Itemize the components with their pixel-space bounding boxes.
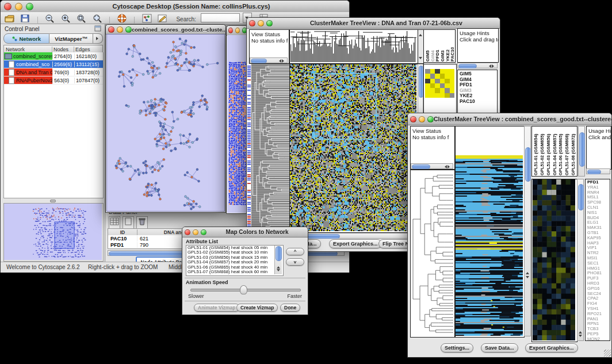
network-list[interactable]: combined_scores_2764(0)16218(0)combined_…	[3, 52, 104, 198]
tv2-settings-button[interactable]: Settings...	[441, 343, 473, 352]
attribute-list-scrollbar[interactable]	[274, 246, 282, 274]
tv2-zoom-scrollbar[interactable]	[577, 179, 584, 341]
tv1-usage-scrollbar[interactable]	[457, 63, 498, 68]
import-network-icon[interactable]	[141, 13, 152, 24]
tv2-heatmap-canvas[interactable]	[456, 155, 523, 336]
minimize-button[interactable]	[193, 229, 198, 235]
tv1-column-label[interactable]: GIM3	[440, 30, 445, 62]
zoom-button[interactable]	[266, 20, 273, 26]
minimize-button[interactable]	[235, 28, 240, 33]
tv2-vscrollbar[interactable]	[524, 126, 531, 336]
tv2-column-label[interactable]: GPL51-02 (GSM855)	[540, 127, 546, 175]
network-row[interactable]: DNA and Tran 07769(0)183728(0)	[4, 68, 103, 76]
tv2-usage-scrollbar[interactable]	[586, 168, 610, 174]
select-attributes-icon[interactable]	[109, 216, 120, 229]
zoom-button[interactable]	[26, 3, 33, 10]
new-attribute-icon[interactable]	[123, 216, 134, 229]
tv1-column-label[interactable]: PFD1	[435, 30, 440, 62]
minimize-button[interactable]	[258, 20, 264, 26]
tv2-column-labels[interactable]: GPL51-01 (GSM854)GPL51-02 (GSM855)GPL51-…	[531, 126, 577, 177]
move-down-button[interactable]: v	[286, 258, 304, 266]
tv1-column-dendrogram-panel	[289, 29, 418, 64]
minimize-button[interactable]	[15, 3, 22, 10]
tv2-column-label[interactable]: GPL51-08 (GSM872)	[571, 127, 577, 175]
tv1-column-label[interactable]: GIM5	[425, 30, 430, 62]
animate-vizmap-button[interactable]: Animate Vizmap	[194, 304, 240, 312]
tv1-row-dendrogram[interactable]	[251, 64, 289, 232]
zoom-button[interactable]	[201, 229, 206, 235]
annotation-icon[interactable]	[157, 13, 168, 24]
tv1-status-scrollbar[interactable]	[250, 58, 288, 63]
tab-overflow-button[interactable]	[93, 33, 103, 44]
gene-label[interactable]: MON2	[587, 337, 610, 341]
network-view-titlebar[interactable]: combined_scores_good.txt--cluste...	[106, 25, 225, 35]
slider-thumb[interactable]	[240, 285, 247, 294]
tv2-gene-list[interactable]: PFD1YRA1RNR4MSL1SPC98CLN1NIS1BUD4ELG1MAK…	[585, 179, 610, 341]
tv1-hscrollbar[interactable]	[289, 233, 417, 239]
minimize-button[interactable]	[117, 26, 123, 33]
done-button[interactable]: Done	[280, 304, 300, 312]
search-input[interactable]	[201, 13, 240, 22]
tv1-color-strip-canvas	[247, 64, 251, 232]
tv2-save-data-button[interactable]: Save Data...	[481, 343, 518, 352]
save-session-icon[interactable]	[20, 13, 30, 24]
tv1-row-label[interactable]: PAC10	[460, 99, 497, 105]
zoom-out-icon[interactable]	[44, 13, 55, 24]
attribute-list-item[interactable]: GPL51-07 (GSM868) heat shock 60 min	[186, 270, 283, 274]
treeview2-titlebar[interactable]: ClusterMaker TreeView : combined_scores_…	[408, 113, 611, 125]
tv2-row-dendrogram[interactable]	[411, 170, 453, 336]
tv1-column-dendrogram[interactable]	[290, 30, 416, 62]
tv2-status-scrollbar[interactable]	[411, 163, 453, 169]
close-button[interactable]	[4, 3, 12, 10]
move-up-button[interactable]: ^	[286, 248, 304, 255]
tv2-column-label[interactable]: GPL51-07 (GSM868)	[564, 127, 571, 175]
network-canvas[interactable]	[107, 35, 224, 211]
tv1-column-label[interactable]: PAC10	[450, 30, 455, 62]
create-vizmap-button[interactable]: Create Vizmap	[236, 304, 278, 312]
resize-grip[interactable]	[604, 350, 611, 357]
selected-grid-canvas[interactable]	[228, 61, 246, 206]
tv2-column-label[interactable]: GPL51-01 (GSM854)	[533, 127, 540, 175]
dialog-titlebar[interactable]: Map Colors to Network	[182, 227, 308, 237]
tv2-column-label[interactable]: GPL51-04 (GSM857)	[552, 127, 559, 175]
zoom-button[interactable]	[125, 26, 132, 33]
close-button[interactable]	[228, 28, 233, 33]
zoom-button[interactable]	[427, 116, 434, 122]
open-file-icon[interactable]	[4, 13, 15, 24]
tv2-export-graphics-button[interactable]: Export Graphics...	[525, 343, 578, 352]
attribute-list[interactable]: GPL51-01 (GSM854) heat shock 05 minGPL51…	[186, 245, 284, 276]
close-button[interactable]	[249, 20, 255, 26]
network-row[interactable]: combined_sco2569(6)13112(15)	[4, 60, 103, 68]
treeview2-title: ClusterMaker TreeView : combined_scores_…	[434, 116, 611, 122]
tv2-zoom-heatmap-canvas[interactable]	[533, 179, 575, 340]
minimize-button[interactable]	[419, 116, 425, 122]
tv1-column-labels[interactable]: GIM5GIM4PFD1GIM3YKE2PAC10	[423, 29, 456, 63]
tab-vizmapper[interactable]: VizMapper™	[49, 33, 93, 44]
zoom-in-icon[interactable]	[60, 13, 71, 24]
close-button[interactable]	[410, 116, 416, 122]
treeview1-titlebar[interactable]: ClusterMaker TreeView : DNA and Tran 07-…	[247, 18, 500, 29]
main-titlebar[interactable]: Cytoscape Desktop (Session Name: collins…	[1, 1, 349, 13]
zoom-fit-icon[interactable]	[92, 13, 103, 24]
tab-network[interactable]: Network	[3, 33, 49, 44]
tv1-export-graphics-button[interactable]: Export Graphics...	[329, 239, 382, 248]
network-row[interactable]: combined_scores_2764(0)16218(0)	[4, 52, 103, 60]
help-lifering-icon[interactable]	[117, 13, 128, 24]
panel-splitter[interactable]	[3, 199, 102, 202]
dialog-title: Map Colors to Network	[206, 229, 308, 235]
partial-window-titlebar[interactable]	[227, 26, 247, 36]
birdseye-panel[interactable]	[3, 203, 104, 262]
partial-network-canvas-area[interactable]	[227, 35, 246, 213]
tv2-column-label[interactable]: GPL51-06 (GSM865)	[558, 127, 564, 175]
thumbnail-cell	[450, 83, 455, 88]
zoom-selected-icon[interactable]	[76, 13, 87, 24]
close-button[interactable]	[108, 26, 114, 33]
float-panel-icon[interactable]	[94, 24, 101, 34]
tv1-heatmap-canvas[interactable]	[290, 64, 416, 231]
tv2-column-label[interactable]: GPL51-03 (GSM856)	[546, 127, 552, 175]
birdseye-canvas[interactable]	[4, 204, 102, 260]
delete-attribute-icon[interactable]	[136, 216, 148, 229]
close-button[interactable]	[185, 229, 190, 235]
network-row[interactable]: RNAPuberNov2+563(0)107847(0)	[4, 76, 103, 85]
tv2-labels-scrollbar[interactable]	[578, 126, 585, 177]
